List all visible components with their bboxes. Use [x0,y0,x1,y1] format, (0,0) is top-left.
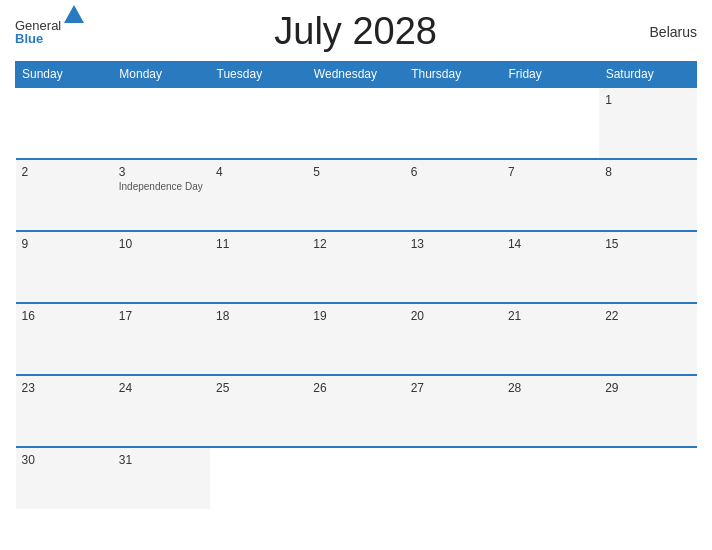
day-number: 6 [411,165,496,179]
day-cell [502,87,599,159]
header-saturday: Saturday [599,62,696,88]
day-cell-27: 27 [405,375,502,447]
day-cell-12: 12 [307,231,404,303]
header-thursday: Thursday [405,62,502,88]
day-cell-31: 31 [113,447,210,509]
logo-triangle-icon [64,5,84,23]
day-number: 12 [313,237,398,251]
day-cell-8: 8 [599,159,696,231]
logo-general-text: General [15,19,61,32]
day-number: 25 [216,381,301,395]
day-number: 9 [22,237,107,251]
day-cell-29: 29 [599,375,696,447]
day-cell-20: 20 [405,303,502,375]
header-wednesday: Wednesday [307,62,404,88]
day-number: 8 [605,165,690,179]
day-cell-15: 15 [599,231,696,303]
logo-blue-text: Blue [15,32,43,45]
day-cell-19: 19 [307,303,404,375]
week-row-5: 23 24 25 26 27 28 29 [16,375,697,447]
day-cell-4: 4 [210,159,307,231]
day-number: 11 [216,237,301,251]
day-cell [113,87,210,159]
day-cell-9: 9 [16,231,113,303]
day-cell-13: 13 [405,231,502,303]
day-number: 27 [411,381,496,395]
day-cell-16: 16 [16,303,113,375]
day-cell [16,87,113,159]
day-cell-7: 7 [502,159,599,231]
day-cell-11: 11 [210,231,307,303]
day-cell-24: 24 [113,375,210,447]
day-number: 21 [508,309,593,323]
day-number: 29 [605,381,690,395]
day-number: 7 [508,165,593,179]
day-number: 1 [605,93,690,107]
day-number: 2 [22,165,107,179]
calendar-container: General Blue July 2028 Belarus Sunday Mo… [0,0,712,550]
week-row-4: 16 17 18 19 20 21 22 [16,303,697,375]
day-number: 3 [119,165,204,179]
day-number: 26 [313,381,398,395]
header-sunday: Sunday [16,62,113,88]
day-cell-10: 10 [113,231,210,303]
day-cell-2: 2 [16,159,113,231]
day-cell [405,87,502,159]
day-number: 28 [508,381,593,395]
header-tuesday: Tuesday [210,62,307,88]
day-cell-21: 21 [502,303,599,375]
day-cell [210,87,307,159]
day-number: 10 [119,237,204,251]
day-cell-3: 3Independence Day [113,159,210,231]
week-row-1: 1 [16,87,697,159]
holiday-label: Independence Day [119,181,204,192]
day-cell-30: 30 [16,447,113,509]
day-cell-26: 26 [307,375,404,447]
day-cell-17: 17 [113,303,210,375]
day-cell-empty [307,447,404,509]
day-cell-empty [599,447,696,509]
day-cell [307,87,404,159]
day-number: 14 [508,237,593,251]
day-number: 13 [411,237,496,251]
day-cell-empty [502,447,599,509]
day-number: 20 [411,309,496,323]
day-cell-22: 22 [599,303,696,375]
day-number: 19 [313,309,398,323]
week-row-6: 30 31 [16,447,697,509]
country-label: Belarus [627,24,697,40]
logo: General Blue [15,19,84,45]
day-number: 15 [605,237,690,251]
day-number: 23 [22,381,107,395]
day-cell-1: 1 [599,87,696,159]
day-cell-14: 14 [502,231,599,303]
day-cell-23: 23 [16,375,113,447]
day-number: 31 [119,453,204,467]
weekday-header-row: Sunday Monday Tuesday Wednesday Thursday… [16,62,697,88]
header-friday: Friday [502,62,599,88]
header: General Blue July 2028 Belarus [15,10,697,53]
header-monday: Monday [113,62,210,88]
day-cell-6: 6 [405,159,502,231]
day-cell-5: 5 [307,159,404,231]
day-number: 16 [22,309,107,323]
week-row-2: 2 3Independence Day 4 5 6 7 8 [16,159,697,231]
day-number: 17 [119,309,204,323]
day-cell-empty [405,447,502,509]
day-number: 24 [119,381,204,395]
week-row-3: 9 10 11 12 13 14 15 [16,231,697,303]
day-cell-28: 28 [502,375,599,447]
calendar-table: Sunday Monday Tuesday Wednesday Thursday… [15,61,697,509]
day-cell-18: 18 [210,303,307,375]
calendar-title: July 2028 [84,10,627,53]
day-number: 4 [216,165,301,179]
day-cell-25: 25 [210,375,307,447]
day-cell-empty [210,447,307,509]
day-number: 18 [216,309,301,323]
day-number: 5 [313,165,398,179]
day-number: 22 [605,309,690,323]
day-number: 30 [22,453,107,467]
